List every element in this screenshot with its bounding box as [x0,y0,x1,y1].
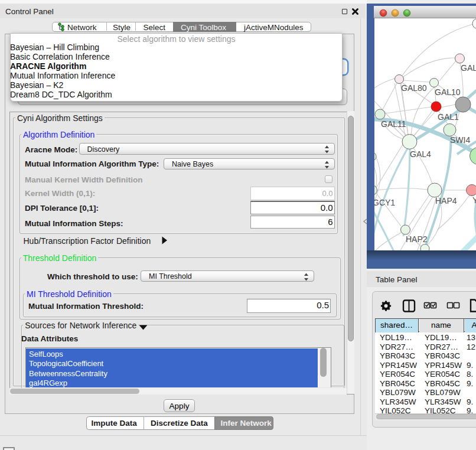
svg-text:SWI4: SWI4 [450,135,470,145]
svg-text:HAP2: HAP2 [406,234,428,244]
svg-text:GAL1: GAL1 [438,112,459,122]
svg-text:GAL10: GAL10 [435,87,461,97]
svg-text:GCY1: GCY1 [374,198,395,207]
svg-text:GAL7: GAL7 [461,63,476,73]
svg-text:GAL80: GAL80 [401,83,427,93]
svg-text:GAL4: GAL4 [410,149,431,159]
svg-text:GAL11: GAL11 [381,119,406,129]
svg-text:HAP4: HAP4 [435,196,457,206]
svg-text:YM: YM [472,195,476,205]
